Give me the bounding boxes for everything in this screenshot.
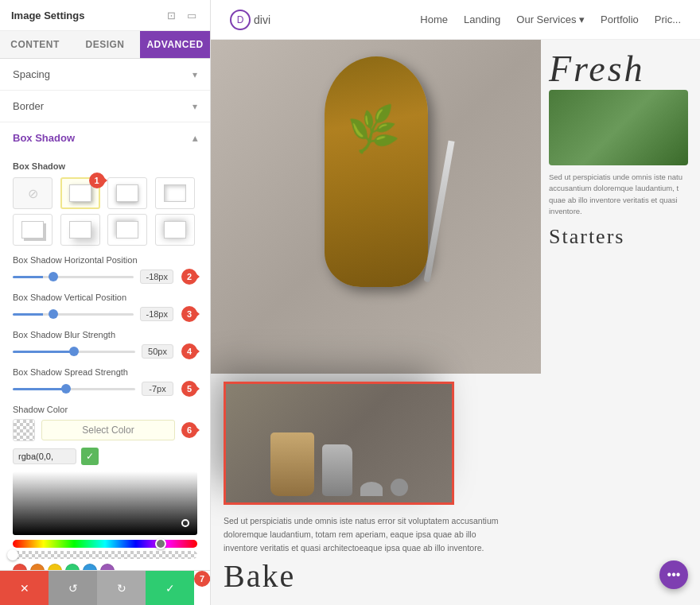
shadow-preset-5[interactable]	[60, 214, 100, 246]
shadow-preset-1[interactable]: 1	[60, 177, 100, 209]
preset-inner-7	[164, 221, 186, 239]
color-swatch-red[interactable]	[13, 564, 27, 570]
accordion-spacing-header[interactable]: Spacing ▾	[0, 59, 210, 90]
spread-strength-value[interactable]: -7px	[142, 382, 173, 396]
opacity-bar[interactable]	[13, 551, 197, 559]
shadow-preset-none[interactable]: ⊘	[13, 177, 52, 209]
shadow-preset-2[interactable]	[107, 177, 147, 209]
color-swatch-orange[interactable]	[30, 564, 45, 570]
preset-inner-6	[116, 221, 138, 239]
starters-heading: Starters	[549, 225, 692, 249]
accordion-border-header[interactable]: Border ▾	[0, 91, 210, 122]
vertical-position-label: Box Shadow Vertical Position	[13, 293, 197, 302]
redo-button[interactable]: ↻	[97, 571, 146, 605]
tab-design[interactable]: Design	[70, 31, 140, 58]
confirm-button[interactable]: ✓	[146, 571, 194, 605]
divi-logo-icon: D	[230, 10, 251, 30]
color-select-row: Select Color 6	[13, 419, 197, 441]
food-image-top	[549, 90, 688, 165]
rgba-input[interactable]: rgba(0,0,	[13, 448, 76, 464]
nav-link-landing[interactable]: Landing	[464, 14, 500, 25]
shadow-preset-4[interactable]	[13, 214, 52, 246]
shadow-color-section: Shadow Color Select Color 6 rgba(0,0, ✓	[13, 405, 197, 570]
nav-link-portfolio[interactable]: Portfolio	[601, 14, 639, 25]
content-left: 🌿	[211, 40, 541, 605]
nav-link-pricing[interactable]: Pric...	[655, 14, 681, 25]
shadow-color-label: Shadow Color	[13, 405, 197, 414]
color-swatch-yellow[interactable]	[48, 564, 62, 570]
tab-advanced[interactable]: Advanced	[140, 31, 210, 58]
accordion-border: Border ▾	[0, 91, 210, 122]
spread-strength-control: -7px 5	[13, 381, 197, 397]
shadow-preset-3[interactable]	[155, 177, 195, 209]
opacity-thumb	[7, 549, 18, 560]
panel-footer: ✕ ↺ ↻ ✓ 7	[0, 570, 210, 605]
accordion-border-label: Border	[13, 100, 44, 112]
color-swatch-purple[interactable]	[100, 564, 115, 570]
bag-item	[270, 432, 314, 496]
floating-action-button[interactable]: •••	[659, 560, 688, 589]
rgba-confirm-button[interactable]: ✓	[81, 448, 99, 465]
close-icon[interactable]: ▭	[185, 8, 199, 22]
color-swatch-blue[interactable]	[83, 564, 97, 570]
content-right: Fresh Sed ut perspiciatis unde omnis ist…	[541, 40, 700, 605]
color-picker-area[interactable]	[13, 471, 197, 535]
color-select-button[interactable]: Select Color	[41, 420, 175, 440]
shadow-presets-grid: ⊘ 1	[13, 177, 197, 246]
fresh-heading: Fresh	[549, 48, 692, 90]
horizontal-position-label: Box Shadow Horizontal Position	[13, 255, 197, 265]
cancel-button[interactable]: ✕	[0, 571, 49, 605]
badge-6: 6	[181, 422, 197, 438]
spread-strength-row: Box Shadow Spread Strength -7px 5	[13, 367, 197, 397]
color-black-gradient	[13, 471, 197, 535]
preset-inner-3	[164, 184, 186, 202]
preset-inner-5	[69, 221, 91, 239]
nav-logo: D divi	[230, 10, 270, 30]
color-swatch[interactable]	[13, 419, 35, 441]
bottom-image-box	[224, 382, 454, 505]
color-swatch-green[interactable]	[65, 564, 80, 570]
badge-4: 4	[181, 343, 197, 359]
hue-thumb	[155, 538, 166, 549]
shadow-preset-6[interactable]	[107, 214, 147, 246]
color-swatches-row	[13, 564, 197, 570]
pitcher-item	[322, 444, 352, 496]
badge-7: 7	[194, 571, 210, 587]
undo-button[interactable]: ↺	[49, 571, 97, 605]
nav-links: Home Landing Our Services ▾ Portfolio Pr…	[420, 14, 681, 25]
accordion-box-shadow-header[interactable]: Box Shadow ▴	[0, 122, 210, 153]
rgba-row: rgba(0,0, ✓	[13, 448, 197, 465]
hue-bar[interactable]	[13, 540, 197, 548]
badge-5: 5	[181, 381, 197, 397]
badge-1: 1	[89, 173, 105, 188]
accordion-spacing: Spacing ▾	[0, 59, 210, 91]
blur-strength-value[interactable]: 50px	[142, 344, 173, 359]
herb-decoration: 🌿	[346, 103, 402, 157]
panel-content: Spacing ▾ Border ▾ Box Shadow ▴ Box Shad…	[0, 59, 210, 570]
hero-image: 🌿	[211, 40, 541, 374]
bottom-section: Sed ut perspiciatis unde omnis iste natu…	[211, 374, 541, 554]
round-item	[391, 479, 408, 496]
badge-2: 2	[181, 269, 197, 285]
blur-strength-slider[interactable]	[13, 351, 135, 353]
horizontal-position-slider[interactable]	[13, 276, 134, 278]
website-preview: D divi Home Landing Our Services ▾ Portf…	[211, 0, 700, 605]
horizontal-position-value[interactable]: -18px	[140, 270, 173, 284]
minimize-icon[interactable]: ⊡	[164, 8, 178, 22]
tab-content[interactable]: Content	[0, 31, 70, 58]
preset-inner-1	[69, 184, 91, 202]
nav-link-home[interactable]: Home	[420, 14, 448, 25]
horizontal-position-row: Box Shadow Horizontal Position -18px 2	[13, 255, 197, 285]
spread-strength-slider[interactable]	[13, 388, 135, 390]
panel-header: Image Settings ⊡ ▭	[0, 0, 210, 31]
vertical-position-slider[interactable]	[13, 313, 134, 316]
shadow-preset-7[interactable]	[155, 214, 195, 246]
picker-indicator	[181, 519, 189, 527]
subsection-box-shadow-label: Box Shadow	[13, 161, 197, 171]
nav-link-services[interactable]: Our Services ▾	[516, 14, 585, 25]
still-life-items	[226, 384, 452, 502]
preset-inner-2	[116, 184, 138, 202]
vertical-position-value[interactable]: -18px	[140, 307, 173, 321]
badge-3: 3	[181, 306, 197, 322]
main-content: 🌿	[211, 40, 700, 605]
